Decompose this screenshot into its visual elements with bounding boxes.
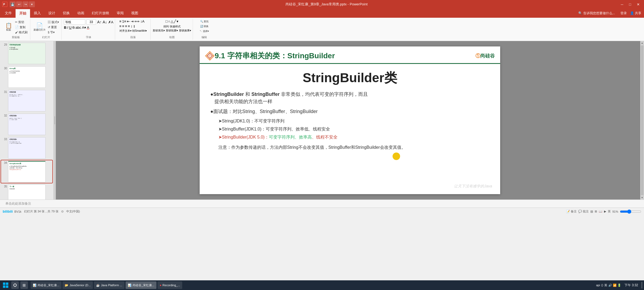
panel-splitter[interactable]: [54, 41, 56, 200]
italic-button[interactable]: I: [67, 26, 68, 30]
window-title: 尚硅谷_宋红康_第9章_Java常用类.pptx - PowerPoint: [35, 2, 618, 7]
paragraph-group: ≡ 1≡ ⇤ ⇥ ⟺ ↕A ≡ ≡ ≡ ≡ ↕ ⫿ 对齐文本▾ 转S: [116, 19, 151, 40]
shape-more[interactable]: ▾: [177, 19, 178, 23]
ribbon-search[interactable]: 🔍 告诉我您想要做什么...: [576, 11, 618, 16]
tab-insert[interactable]: 插入: [30, 9, 45, 18]
numbering-button[interactable]: 1≡: [122, 19, 126, 23]
taskbar-ppt1[interactable]: 📊 尚硅谷_宋红康...: [31, 281, 61, 289]
copy-button[interactable]: 📄 复制: [14, 25, 28, 30]
view-sorter-icon[interactable]: ⊞: [595, 210, 597, 213]
tab-transitions[interactable]: 切换: [59, 9, 74, 18]
font-name-input[interactable]: [64, 19, 85, 25]
shape-line[interactable]: ╱: [174, 19, 176, 23]
increase-indent-button[interactable]: ⇥: [131, 19, 134, 23]
quick-access-toolbar[interactable]: 💾 ↩ ↪ ▾: [10, 1, 35, 7]
tab-review[interactable]: 审阅: [113, 9, 127, 18]
underline-button[interactable]: U: [69, 26, 71, 30]
save-icon[interactable]: 💾: [10, 1, 16, 7]
tray-input-method[interactable]: 英: [604, 283, 607, 287]
close-button[interactable]: ✕: [634, 1, 642, 7]
find-button[interactable]: 🔍 查找: [199, 19, 210, 24]
font-spacing-button[interactable]: A▾: [82, 26, 86, 30]
shadow-button[interactable]: abc: [75, 26, 81, 30]
new-slide-button[interactable]: 📄 新建幻灯片: [32, 22, 47, 32]
tab-design[interactable]: 设计: [45, 9, 59, 18]
shape-outline-button[interactable]: 形状轮廓▾: [166, 29, 178, 32]
slide-note-area[interactable]: 单击此处添加备注: [0, 200, 644, 208]
notes-icon[interactable]: 📝 备注: [566, 209, 577, 213]
shape-round[interactable]: ○: [168, 19, 170, 23]
shape-rect[interactable]: □: [166, 19, 168, 23]
vertical-scrollbar[interactable]: ▲ ▼: [640, 41, 644, 200]
cut-button[interactable]: ✂ 剪切: [14, 20, 28, 24]
justify-button[interactable]: ≡: [128, 24, 130, 28]
show-desktop-button[interactable]: [641, 282, 642, 288]
slide-item-33[interactable]: 33 代码示例3 StringBuilder sb = new StringBu…: [1, 137, 52, 159]
select-button[interactable]: ↖ 选择▾: [199, 29, 210, 34]
ribbon-content: 📋 粘贴 ✂ 剪切 📄 复制 🖌 格式刷 剪贴板 📄 新建幻灯片 ▤ 版: [0, 18, 644, 41]
arrange-button[interactable]: 排列: [163, 25, 169, 28]
decrease-indent-button[interactable]: ⇤: [127, 19, 130, 23]
taskbar-recording[interactable]: ● Recording_...: [158, 281, 182, 289]
bullets-button[interactable]: ≡: [119, 19, 122, 23]
bold-button[interactable]: B: [64, 26, 66, 30]
maximize-button[interactable]: □: [626, 1, 634, 7]
section-button[interactable]: § 节▾: [47, 30, 60, 35]
clear-format-icon[interactable]: ✗A: [108, 20, 114, 24]
font-color-button[interactable]: A: [87, 26, 89, 30]
customize-icon[interactable]: ▾: [29, 1, 35, 7]
slide-item-35[interactable]: 35 下一章 内容说明: [1, 184, 52, 200]
tab-home[interactable]: 开始: [16, 9, 30, 18]
line-spacing-button[interactable]: ↕: [131, 24, 133, 28]
slide-item-29[interactable]: 29 字符串相关的类 ● String类 ● StringBuilder: [1, 42, 52, 65]
comments-icon[interactable]: 💬 批注: [578, 209, 589, 213]
replace-button[interactable]: 🔄 替换: [199, 24, 210, 29]
slide-item-30[interactable]: 30 String类 ● 不可变字符序列 ● 方法说明: [1, 66, 52, 88]
slide-item-32[interactable]: 32 代码示例2 public class Test { // Java cod…: [1, 113, 52, 136]
view-present-icon[interactable]: ▶: [604, 210, 606, 213]
font-shrink-icon[interactable]: A↓: [103, 20, 107, 24]
font-grow-icon[interactable]: A↑: [97, 20, 101, 24]
layout-button[interactable]: ▤ 版式▾: [47, 20, 60, 24]
align-center-button[interactable]: ≡: [122, 24, 124, 28]
view-normal-icon[interactable]: ▤: [590, 210, 593, 213]
tab-view[interactable]: 视图: [127, 9, 142, 18]
convert-smartart-button[interactable]: 转SmartArt▾: [132, 29, 147, 33]
text-direction-button[interactable]: ↕A: [140, 19, 144, 23]
quick-styles-button[interactable]: 快速样式: [170, 25, 181, 28]
font-size-input[interactable]: [86, 19, 96, 25]
taskbar-ppt-active[interactable]: 📊 尚硅谷_宋红康...: [126, 281, 156, 289]
paste-button[interactable]: 📋 粘贴: [3, 22, 14, 32]
reset-button[interactable]: ↺ 重置: [47, 25, 60, 30]
login-button[interactable]: 登录: [620, 11, 627, 16]
view-reading-icon[interactable]: 📖: [599, 210, 602, 213]
shape-arrow[interactable]: △: [171, 19, 173, 23]
taskbar-java-senior[interactable]: 📂 JavaSenior (D...: [63, 281, 93, 289]
format-painter-button[interactable]: 🖌 格式刷: [14, 30, 28, 35]
align-right-button[interactable]: ≡: [125, 24, 127, 28]
start-button[interactable]: [2, 281, 10, 289]
smartart-button[interactable]: ⟺: [134, 19, 140, 23]
slide-item-34[interactable]: 34 StringBuilder类 ● StringBuilder和String…: [1, 160, 52, 183]
shape-fill-button[interactable]: 形状填充▾: [153, 29, 165, 32]
tab-slideshow[interactable]: 幻灯片放映: [88, 9, 113, 18]
input-method[interactable]: 英: [608, 209, 611, 213]
tab-file[interactable]: 文件: [1, 9, 16, 18]
align-left-button[interactable]: ≡: [119, 24, 122, 28]
zoom-slider[interactable]: [620, 209, 641, 214]
share-button[interactable]: 👤 共享: [630, 11, 641, 16]
redo-icon[interactable]: ↪: [23, 1, 28, 7]
shape-effect-button[interactable]: 形状效果▾: [179, 29, 191, 32]
window-controls[interactable]: ─ □ ✕: [618, 1, 642, 7]
slide-sub-1: ➤String(JDK1.0)：不可变字符序列: [218, 118, 489, 124]
columns-button[interactable]: ⫿: [133, 24, 135, 28]
strikethrough-button[interactable]: S: [72, 26, 75, 30]
tab-animations[interactable]: 动画: [74, 9, 88, 18]
taskbar-java-platform[interactable]: ☕ Java Platform ...: [94, 281, 124, 289]
task-view-button[interactable]: ⊞: [20, 281, 28, 289]
undo-icon[interactable]: ↩: [16, 1, 22, 7]
text-align-button[interactable]: 对齐文本▾: [119, 29, 131, 33]
cortana-button[interactable]: [11, 281, 19, 289]
minimize-button[interactable]: ─: [618, 1, 626, 7]
slide-item-31[interactable]: 31 代码示例 String str = "Hello"; StringBuff…: [1, 89, 52, 112]
